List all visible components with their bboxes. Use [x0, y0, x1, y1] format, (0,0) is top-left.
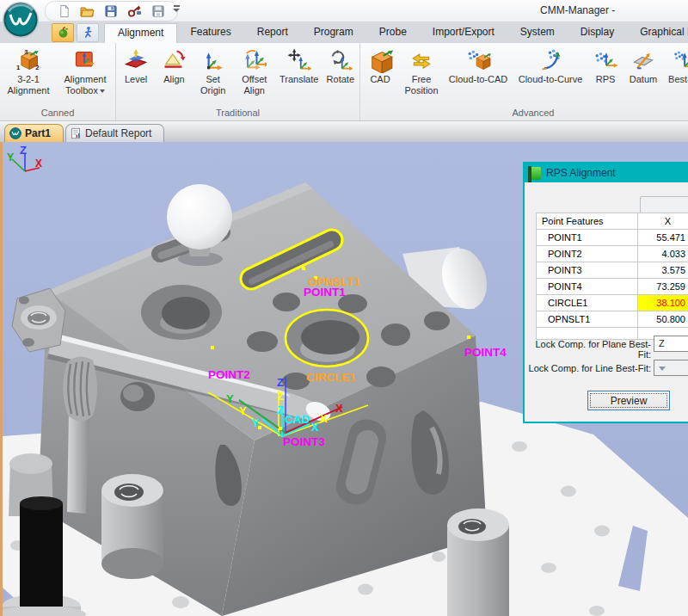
lock-line-dropdown[interactable] [654, 360, 688, 376]
apple-measure-icon [57, 26, 70, 39]
free-position-icon [409, 49, 433, 71]
walking-robot-button[interactable] [77, 23, 99, 42]
offset-align-button[interactable]: Offset Align [233, 44, 276, 96]
triad-y-label: Y [7, 151, 14, 163]
table-header-row: Point Features X [537, 213, 688, 230]
svg-text:Z: Z [277, 403, 284, 416]
ribbon-group-canned: 312 3-2-1 Alignment Alignment Toolbox Ca… [0, 43, 116, 120]
report-page-icon [71, 127, 82, 139]
cloud-to-cad-icon [465, 48, 491, 72]
cloud-to-curve-icon [538, 48, 563, 72]
toolbar-overflow-icon[interactable] [172, 5, 181, 15]
tab-graphical-report[interactable]: Graphical Report [627, 22, 688, 43]
table-row[interactable]: POINT4 73.259 [537, 279, 688, 295]
new-document-icon[interactable] [58, 4, 71, 18]
table-row[interactable]: POINT1 55.471 [537, 230, 688, 246]
triad-z-label: Z [20, 144, 27, 157]
align-button[interactable]: Align [155, 44, 193, 85]
table-row[interactable]: POINT2 4.033 [537, 246, 688, 262]
dropdown-caret-icon [100, 89, 105, 93]
standoff-left [101, 474, 163, 579]
tab-system[interactable]: System [507, 22, 568, 43]
doc-tab-default-report[interactable]: Default Report [65, 124, 164, 142]
translate-button[interactable]: Translate [276, 44, 322, 85]
translate-icon [287, 48, 311, 72]
tab-program[interactable]: Program [301, 22, 366, 43]
tab-alignment[interactable]: Alignment [104, 23, 177, 43]
rps-button[interactable]: RPS [588, 44, 623, 85]
part-logo-icon [9, 127, 22, 139]
cloud-to-cad-button[interactable]: Cloud-to-CAD [444, 44, 513, 85]
title-bar: CMM-Manager - [0, 0, 688, 22]
datum-button[interactable]: Datum [623, 44, 664, 85]
table-row[interactable]: CIRCLE1 38.100 [537, 295, 688, 311]
label-point1: POINT1 [304, 286, 346, 299]
triad-x-label: X [35, 157, 42, 169]
label-point4: POINT4 [464, 346, 507, 359]
321-alignment-icon: 312 [16, 48, 40, 72]
svg-text:X: X [335, 402, 343, 415]
best-fit-button[interactable]: Best-Fit [664, 44, 688, 85]
cad-button[interactable]: CAD [361, 44, 399, 85]
cad-icon [367, 47, 393, 73]
dialog-title-bar[interactable]: RPS Alignment [525, 163, 688, 182]
quick-access-toolbar [45, 1, 178, 22]
tab-probe[interactable]: Probe [366, 22, 420, 43]
doc-tab-label: Part1 [25, 127, 51, 139]
table-row[interactable]: POINT3 3.575 [537, 262, 688, 279]
ribbon: 312 3-2-1 Alignment Alignment Toolbox Ca… [0, 43, 688, 121]
group-label-advanced: Advanced [361, 106, 688, 120]
cloud-to-curve-button[interactable]: Cloud-to-Curve [513, 44, 588, 85]
preview-button[interactable]: Preview [587, 391, 670, 410]
window-title: CMM-Manager - [540, 4, 615, 16]
svg-text:Z: Z [277, 390, 284, 403]
lock-plane-label: Lock Comp. for Plane Best-Fit: [525, 339, 651, 360]
table-row[interactable]: OPNSLT1 50.800 [537, 311, 688, 328]
app-logo-icon[interactable] [2, 1, 40, 39]
dialog-title: RPS Alignment [546, 167, 616, 179]
doc-tab-part1[interactable]: Part1 [4, 124, 64, 142]
label-circle1: CIRCLE1 [306, 371, 356, 384]
highlighted-cell: 38.100 [638, 295, 688, 311]
svg-text:1: 1 [16, 64, 20, 71]
ribbon-group-advanced: CAD Free Position Cloud-to-CAD Cloud-to-… [360, 43, 688, 120]
cad-origin-label: CAD [285, 413, 310, 426]
walking-robot-icon [82, 26, 95, 39]
align-icon [162, 48, 186, 72]
col-x: X [638, 213, 688, 230]
lock-icon [528, 167, 541, 180]
lock-plane-dropdown[interactable]: Z [654, 336, 688, 352]
ribbon-tab-bar: Alignment Features Report Program Probe … [0, 22, 688, 43]
lock-line-label: Lock Comp. for Line Best-Fit: [525, 363, 651, 373]
ribbon-group-traditional: Level Align Set Origin Offset Align Tran… [116, 43, 360, 120]
doc-tab-label: Default Report [85, 127, 151, 139]
save-icon[interactable] [104, 4, 118, 18]
label-point3: POINT3 [283, 435, 325, 448]
set-origin-button[interactable]: Set Origin [194, 44, 233, 96]
tab-report[interactable]: Report [244, 22, 301, 43]
apple-measure-button[interactable] [52, 23, 74, 42]
standoff-right [447, 508, 509, 616]
rotate-button[interactable]: Rotate [322, 44, 359, 85]
321-alignment-button[interactable]: 312 3-2-1 Alignment [1, 44, 56, 96]
alignment-toolbox-icon [73, 48, 97, 72]
svg-text:Z: Z [277, 376, 284, 389]
free-position-button[interactable]: Free Position [399, 44, 444, 96]
level-icon [124, 48, 148, 72]
set-origin-icon [202, 49, 224, 71]
alignment-toolbox-button[interactable]: Alignment Toolbox [56, 44, 114, 96]
tab-features[interactable]: Features [177, 22, 243, 43]
level-button[interactable]: Level [117, 44, 155, 85]
open-folder-icon[interactable] [80, 4, 95, 18]
save-report-icon[interactable] [151, 4, 165, 18]
tab-import-export[interactable]: Import/Export [420, 22, 507, 43]
axis-option-group[interactable] [640, 196, 688, 213]
best-fit-icon [673, 48, 688, 72]
tab-display[interactable]: Display [568, 22, 627, 43]
col-point-features: Point Features [537, 213, 638, 230]
svg-text:Y: Y [252, 416, 260, 429]
group-label-canned: Canned [1, 106, 114, 120]
probe-key-icon[interactable] [127, 4, 142, 18]
datum-icon [631, 48, 655, 72]
clamp-rod [67, 414, 89, 514]
